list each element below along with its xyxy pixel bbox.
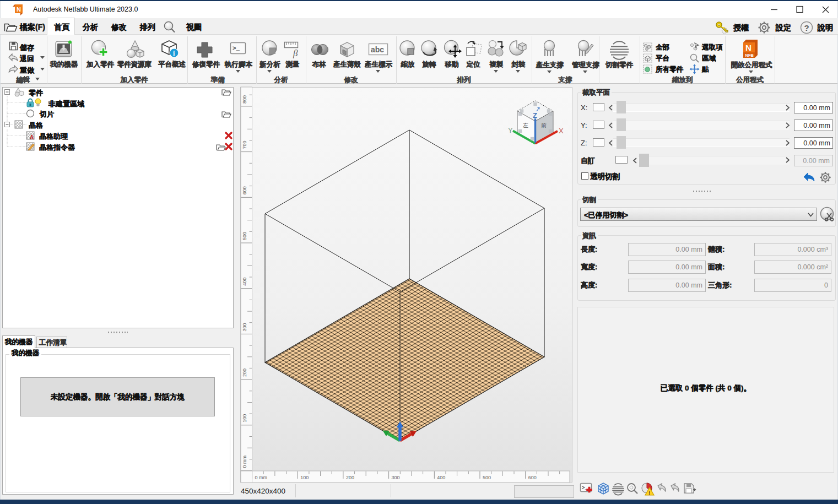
svg-text:?: ? [804, 23, 809, 32]
svg-text:NFB: NFB [745, 53, 754, 58]
svg-text:左: 左 [523, 122, 528, 128]
svg-text:Z: Z [533, 111, 537, 120]
svg-text:500: 500 [242, 232, 247, 240]
svg-text:300: 300 [242, 323, 247, 331]
svg-text:Y: Y [508, 126, 513, 134]
svg-text:0 mm: 0 mm [242, 456, 247, 468]
svg-text:600: 600 [242, 186, 247, 194]
svg-text:400: 400 [242, 278, 247, 286]
svg-text:A: A [30, 134, 34, 140]
svg-text:400: 400 [437, 475, 445, 480]
svg-text:500: 500 [483, 475, 491, 480]
svg-text:X: X [559, 127, 564, 135]
svg-text:前: 前 [541, 122, 547, 128]
svg-text:800: 800 [242, 95, 247, 104]
svg-text:300: 300 [392, 475, 400, 480]
svg-text:β: β [293, 48, 298, 58]
svg-text:N: N [745, 43, 752, 52]
svg-text:600: 600 [528, 475, 537, 480]
svg-text:700: 700 [242, 141, 247, 149]
svg-text:!: ! [648, 490, 650, 496]
svg-text:>_: >_ [233, 45, 240, 52]
svg-text:N: N [17, 6, 21, 13]
svg-text:200: 200 [242, 368, 247, 377]
svg-text:0 mm: 0 mm [255, 475, 268, 480]
svg-text:200: 200 [346, 475, 354, 480]
svg-text:100: 100 [300, 475, 309, 480]
svg-text:100: 100 [242, 414, 247, 422]
svg-text:abc: abc [371, 45, 384, 54]
